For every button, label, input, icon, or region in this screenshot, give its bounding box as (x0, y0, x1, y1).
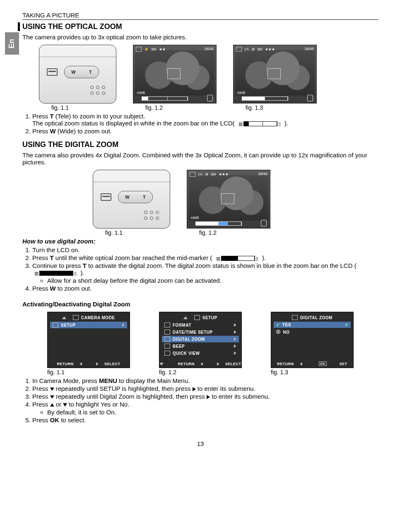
t-icon: ▯ (73, 271, 77, 276)
figure-caption: fig. 1.3 (233, 104, 263, 111)
zoom-rocker: WT (64, 66, 99, 78)
left-arrow-icon (300, 362, 302, 366)
x-icon: ⓧ (276, 329, 281, 335)
zoom-bar-inline: ▥▯ (34, 271, 77, 276)
page-number: 13 (22, 440, 378, 447)
up-arrow-icon (50, 403, 54, 407)
section-title-optical-zoom: USING THE OPTICAL ZOOM (18, 22, 378, 31)
list-item: Press repeatedly until Digital Zoom is h… (32, 393, 378, 400)
list-item: Turn the LCD on. (32, 246, 378, 253)
figure-caption: fig. 1.2 (187, 229, 217, 236)
lcd-preview: ⚡3M★★ 28/45 AWB (133, 45, 217, 104)
activating-steps: In Camera Mode, press MENU to display th… (22, 377, 378, 424)
zoom-icon (292, 315, 298, 320)
zoom-bar (142, 96, 188, 101)
camera-icon (236, 47, 242, 52)
camera-icon (190, 172, 195, 177)
list-item: Press repeatedly until SETUP is highligh… (32, 385, 378, 392)
menu-item-no: ⓧNO (274, 328, 351, 336)
section-intro: The camera provides up to 3x optical zoo… (22, 34, 378, 41)
digital-zoom-steps: Turn the LCD on. Press T until the white… (22, 246, 378, 292)
format-icon (164, 323, 170, 327)
list-item: Allow for a short delay before the digit… (47, 277, 378, 284)
down-arrow-icon (159, 363, 164, 366)
menu-item-datetime: DATE/TIME SETUP (162, 329, 239, 335)
camera-illustration: WT (39, 45, 116, 104)
w-icon: ▥ (215, 256, 221, 261)
right-arrow-icon (193, 387, 196, 391)
list-item: Press W (Wide) to zoom out. (32, 128, 378, 135)
zoom-rocker: WT (118, 191, 153, 203)
zoom-icon (164, 337, 170, 342)
battery-icon (207, 95, 213, 101)
menu-item-setup: SETUP (50, 322, 127, 328)
right-arrow-icon (207, 395, 210, 399)
t-icon: ▯ (255, 256, 259, 261)
menu-figure-row: CAMERA MODE SETUP RETURN SELECT fig. 1.1… (47, 312, 378, 376)
w-icon: ▥ (238, 121, 243, 127)
figure-caption: fig. 1.1 (39, 104, 69, 111)
menu-item-digital-zoom: DIGITAL ZOOM (162, 336, 239, 342)
figure-caption: fig. 1.2 (159, 369, 176, 376)
menu-camera-mode: CAMERA MODE SETUP RETURN SELECT (47, 312, 130, 368)
zoom-bar-inline: ▥▯ (238, 121, 282, 127)
battery-icon (307, 95, 313, 101)
chevron-right-icon (234, 330, 236, 334)
figure-row-1: WT fig. 1.1 ⚡3M★★ 28/45 AWB fig. 1.2 ƒA◔… (39, 45, 378, 111)
t-icon: ▯ (277, 121, 282, 127)
left-arrow-icon (79, 362, 82, 366)
quickview-icon (164, 351, 170, 356)
ok-icon: OK (319, 361, 327, 366)
down-arrow-icon (50, 388, 54, 391)
chevron-right-icon (122, 323, 125, 327)
right-arrow-icon (217, 362, 219, 366)
setup-icon (194, 315, 200, 320)
check-icon: ✔ (345, 323, 349, 327)
menu-digital-zoom: DIGITAL ZOOM ✔YES✔ ⓧNO RETURN OK SET (271, 312, 354, 368)
camera-icon (136, 47, 142, 52)
battery-icon (261, 220, 267, 226)
up-arrow-icon (62, 316, 66, 319)
figure-caption: fig. 1.2 (133, 104, 163, 111)
language-tab: En (5, 32, 19, 55)
list-item: Press T until the white optical zoom bar… (32, 254, 378, 261)
zoom-bar (242, 96, 288, 101)
left-arrow-icon (200, 362, 203, 366)
up-arrow-icon (183, 316, 188, 319)
section-title-digital-zoom: USING THE DIGITAL ZOOM (22, 140, 378, 149)
check-icon: ✔ (276, 323, 280, 327)
list-item: Press OK to select. (32, 416, 378, 424)
howto-title: How to use digital zoom: (22, 238, 378, 245)
menu-item-format: FORMAT (162, 322, 239, 328)
right-arrow-icon (96, 362, 99, 366)
chevron-right-icon (234, 337, 236, 341)
camera-icon (73, 315, 79, 320)
menu-setup: SETUP FORMAT DATE/TIME SETUP DIGITAL ZOO… (159, 312, 242, 368)
section-intro: The camera also provides 4x Digital Zoom… (22, 152, 378, 166)
down-arrow-icon (63, 403, 67, 407)
chevron-right-icon (234, 351, 236, 355)
chevron-right-icon (234, 323, 236, 327)
lcd-preview: ƒA◔3M★★★ 28/45 AWB (187, 170, 270, 229)
down-arrow-icon (50, 395, 54, 399)
list-item: Press W to zoom out. (32, 285, 378, 292)
menu-item-beep: BEEP (162, 343, 239, 349)
zoom-bar-inline: ▥▯ (215, 256, 259, 261)
activating-title: Activating/Deactivating Digital Zoom (22, 301, 378, 308)
list-item: By default, it is set to On. (47, 409, 378, 416)
list-item: Continue to press T to activate the digi… (32, 262, 378, 284)
list-item: Press or to highlight Yes or No. By defa… (32, 401, 378, 416)
zoom-bar (195, 221, 242, 226)
figure-row-2: WT fig. 1.1 ƒA◔3M★★★ 28/45 AWB fig. 1.2 (93, 170, 378, 236)
sound-icon (164, 344, 170, 349)
list-item: Press T (Tele) to zoom in to your subjec… (32, 113, 378, 127)
clock-icon (164, 330, 170, 335)
optical-zoom-steps: Press T (Tele) to zoom in to your subjec… (22, 113, 378, 135)
page-header: TAKING A PICTURE (22, 12, 378, 20)
figure-caption: fig. 1.3 (271, 369, 288, 376)
menu-item-quickview: QUICK VIEW (162, 350, 239, 356)
menu-item-yes: ✔YES✔ (274, 322, 351, 328)
camera-illustration: WT (93, 170, 170, 229)
w-icon: ▥ (34, 271, 39, 276)
list-item: In Camera Mode, press MENU to display th… (32, 377, 378, 384)
